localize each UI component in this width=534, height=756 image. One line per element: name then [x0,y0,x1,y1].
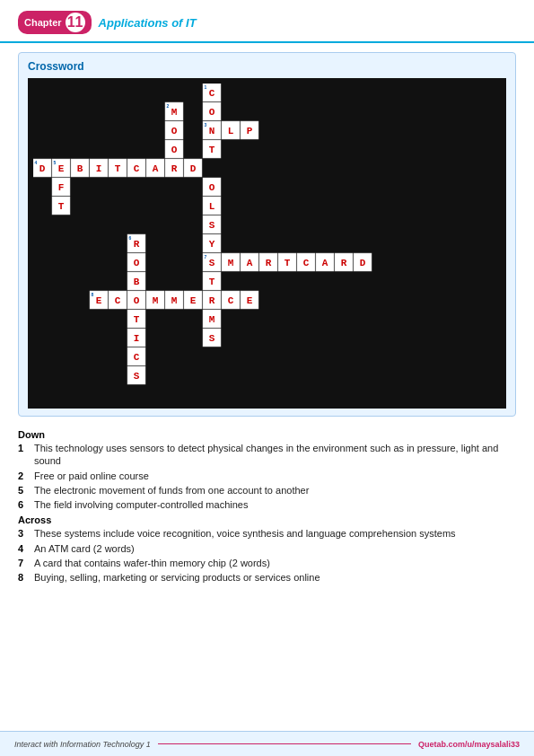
footer-left-text: Interact with Information Technology 1 [14,740,151,749]
footer: Interact with Information Technology 1 Q… [0,731,534,756]
main-content: Crossword Down 1This technology uses sen… [0,43,534,601]
clue-number: 2 [18,470,29,482]
clue-number: 6 [18,498,29,511]
header-title: Applications of IT [99,16,197,30]
header: Chapter 11 Applications of IT [0,0,534,43]
clue-text: This technology uses sensors to detect p… [34,442,516,468]
clue-text: The field involving computer-controlled … [34,498,516,511]
clue-number: 3 [18,527,29,540]
footer-right-text: Quetab.com/u/maysalali33 [418,740,520,749]
clue-number: 4 [18,542,29,555]
clue-number: 8 [18,571,29,584]
chapter-badge: Chapter 11 [18,11,92,34]
down-clues: Down 1This technology uses sensors to de… [18,429,516,511]
clue-text: Buying, selling, marketing or servicing … [34,571,516,584]
clue-row: 7A card that contains wafer-thin memory … [18,557,516,569]
clue-number: 7 [18,557,29,569]
chapter-label: Chapter [24,17,62,28]
clues-section: Down 1This technology uses sensors to de… [18,426,516,592]
clue-text: A card that contains wafer-thin memory c… [34,557,516,569]
clue-number: 5 [18,484,29,497]
clue-text: The electronic movement of funds from on… [34,484,516,497]
clue-row: 3These systems include voice recognition… [18,527,516,540]
clue-row: 2Free or paid online course [18,470,516,482]
chapter-number: 11 [66,13,85,32]
clue-row: 5The electronic movement of funds from o… [18,484,516,497]
clue-text: Free or paid online course [34,470,516,482]
across-clues: Across 3These systems include voice reco… [18,514,516,584]
clue-row: 8Buying, selling, marketing or servicing… [18,571,516,584]
crossword-grid-area [28,78,506,409]
clue-row: 4An ATM card (2 words) [18,542,516,555]
crossword-canvas [33,84,439,400]
across-heading: Across [18,514,516,525]
clue-text: These systems include voice recognition,… [34,527,516,540]
clue-row: 6The field involving computer-controlled… [18,498,516,511]
footer-divider [158,743,411,744]
crossword-box: Crossword [18,52,516,417]
crossword-title: Crossword [28,60,506,73]
clue-text: An ATM card (2 words) [34,542,516,555]
clue-number: 1 [18,442,29,468]
clue-row: 1This technology uses sensors to detect … [18,442,516,468]
down-heading: Down [18,429,516,440]
